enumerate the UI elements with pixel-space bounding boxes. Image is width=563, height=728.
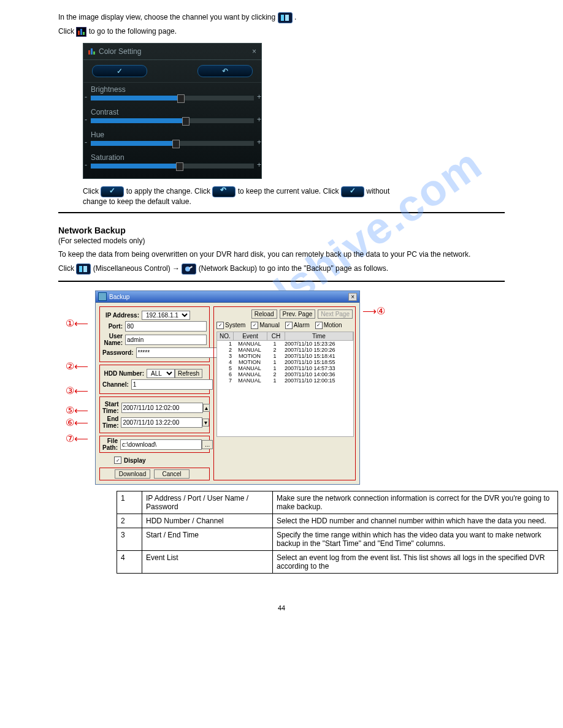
close-icon[interactable]: × xyxy=(348,293,357,301)
apply-icon[interactable]: ✓ xyxy=(92,65,147,77)
apply-button-icon[interactable] xyxy=(101,186,124,197)
port-input[interactable] xyxy=(125,321,207,332)
revert-button-icon[interactable] xyxy=(212,186,236,197)
saturation-label: Saturation xyxy=(91,153,254,162)
spinner-icon[interactable]: ▴ xyxy=(203,404,210,412)
display-checkbox[interactable]: ✓ xyxy=(114,457,121,464)
start-input[interactable] xyxy=(121,403,203,413)
next-page-button[interactable]: Next Page xyxy=(318,309,353,319)
table-row[interactable]: 4MOTION12007/11/10 15:18:55 xyxy=(217,359,353,365)
table-row[interactable]: 1MANUAL12007/11/10 15:23:26 xyxy=(217,341,353,347)
hue-slider[interactable] xyxy=(91,140,254,146)
table-row[interactable]: 6MANUAL22007/11/10 14:00:36 xyxy=(217,371,353,377)
bars-icon xyxy=(88,48,95,55)
text: Click xyxy=(58,27,76,36)
table-row: 2 xyxy=(117,514,142,528)
brightness-slider[interactable] xyxy=(91,95,254,100)
table-row: Start / End Time xyxy=(142,528,273,551)
motion-checkbox[interactable]: ✓ xyxy=(315,322,323,329)
ip-select[interactable]: 192.168.1.1 xyxy=(142,311,190,320)
text: . xyxy=(294,13,296,21)
table-row: Event List xyxy=(142,551,273,574)
alarm-checkbox[interactable]: ✓ xyxy=(285,322,293,329)
callout-6: ⑥ xyxy=(66,417,74,428)
prev-page-button[interactable]: Prev. Page xyxy=(280,309,316,319)
manual-label: Manual xyxy=(259,322,280,328)
time-group: Start Time: ▴ End Time: ▾ xyxy=(99,396,210,433)
channel-input[interactable] xyxy=(131,379,213,390)
text: (Network Backup) to go into the "Backup"… xyxy=(199,264,388,273)
cancel-button[interactable]: Cancel xyxy=(154,469,190,479)
text: change to keep the default value. xyxy=(83,197,505,206)
svg-point-4 xyxy=(185,267,190,271)
text: to apply the change. Click xyxy=(126,187,213,195)
table-row: Specify the time range within which has … xyxy=(273,528,558,551)
end-input[interactable] xyxy=(121,417,202,428)
text: without xyxy=(366,187,389,195)
user-label: User Name: xyxy=(102,333,125,346)
reload-button[interactable]: Reload xyxy=(251,309,277,319)
text: Click xyxy=(83,187,101,195)
hdd-select[interactable]: ALL xyxy=(147,369,175,378)
motion-label: Motion xyxy=(324,322,342,328)
hdd-label: HDD Number: xyxy=(102,370,147,377)
text: To keep the data from being overwritten … xyxy=(58,250,505,259)
svg-rect-2 xyxy=(79,266,82,272)
text: to go to the following page. xyxy=(89,27,177,36)
table-row[interactable]: 2MANUAL22007/11/10 15:20:26 xyxy=(217,347,353,353)
contrast-label: Contrast xyxy=(91,108,254,116)
apply-button-icon[interactable] xyxy=(341,186,364,197)
callout-5: ⑤ xyxy=(66,404,74,416)
backup-dialog: Backup × IP Address: 192.168.1.1 Port: U… xyxy=(95,290,360,485)
table-row: Make sure the network connection informa… xyxy=(273,491,558,514)
channel-label: Channel: xyxy=(102,381,131,388)
event-table[interactable]: NO. Event CH Time 1MANUAL12007/11/10 15:… xyxy=(216,332,354,437)
end-label: End Time: xyxy=(102,415,121,429)
table-row: 3 xyxy=(117,528,142,551)
panel-title: Color Setting xyxy=(99,47,141,56)
text: (For selected models only) xyxy=(58,237,505,245)
table-row[interactable]: 3MOTION12007/11/10 15:18:41 xyxy=(217,353,353,359)
contrast-slider[interactable] xyxy=(91,118,254,123)
display-label: Display xyxy=(124,457,146,464)
filepath-input[interactable] xyxy=(120,439,202,450)
page-number: 44 xyxy=(0,604,563,612)
ip-label: IP Address: xyxy=(102,312,142,319)
misc-control-icon[interactable] xyxy=(278,12,293,23)
callout-4: ④ xyxy=(377,305,385,317)
table-row: 4 xyxy=(117,551,142,574)
svg-rect-3 xyxy=(83,266,87,272)
section-heading: Network Backup xyxy=(58,226,505,235)
table-row[interactable]: 7MANUAL12007/11/10 12:00:15 xyxy=(217,377,353,384)
event-list-group: Reload Prev. Page Next Page ✓System ✓Man… xyxy=(213,306,356,480)
download-button[interactable]: Download xyxy=(115,469,150,479)
col-ch: CH xyxy=(267,332,285,340)
manual-checkbox[interactable]: ✓ xyxy=(251,322,258,329)
password-input[interactable] xyxy=(136,347,218,358)
action-group: Download Cancel xyxy=(99,468,210,480)
misc-control-icon[interactable] xyxy=(76,264,91,275)
spinner-icon[interactable]: ▾ xyxy=(202,419,209,427)
table-row: Select an event log from the event list.… xyxy=(273,551,558,574)
col-time: Time xyxy=(285,332,353,340)
browse-button[interactable]: ... xyxy=(202,440,213,449)
revert-icon[interactable]: ↶ xyxy=(197,65,253,77)
description-table: 1 IP Address / Port / User Name / Passwo… xyxy=(117,491,558,574)
hdd-group: HDD Number: ALL Refresh Channel: xyxy=(99,365,210,394)
system-checkbox[interactable]: ✓ xyxy=(216,322,224,329)
close-icon[interactable]: × xyxy=(252,47,256,56)
dialog-title: Backup xyxy=(109,294,129,300)
table-row: 1 xyxy=(117,491,142,514)
refresh-button[interactable]: Refresh xyxy=(175,369,202,378)
text: to keep the current value. Click xyxy=(238,187,341,195)
user-input[interactable] xyxy=(125,335,207,345)
col-no: NO. xyxy=(217,332,234,340)
callout-1: ① xyxy=(66,317,74,329)
brightness-label: Brightness xyxy=(91,85,254,94)
table-row[interactable]: 5MANUAL12007/11/10 14:57:33 xyxy=(217,365,353,371)
table-row: HDD Number / Channel xyxy=(142,514,273,528)
filepath-group: File Path: ... xyxy=(99,436,210,453)
callout-2: ② xyxy=(66,360,74,372)
network-backup-icon[interactable] xyxy=(182,264,196,275)
saturation-slider[interactable] xyxy=(91,163,254,169)
